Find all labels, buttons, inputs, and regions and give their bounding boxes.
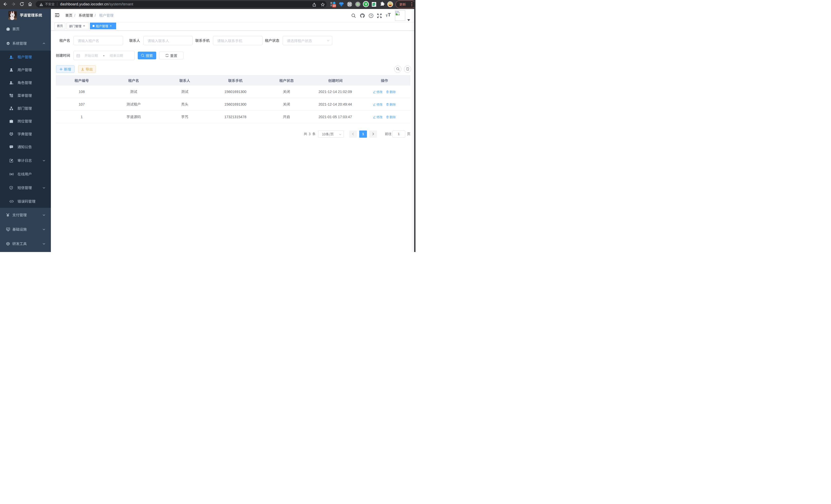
svg-text:10: 10 — [333, 4, 336, 7]
svg-text:?: ? — [370, 14, 372, 17]
